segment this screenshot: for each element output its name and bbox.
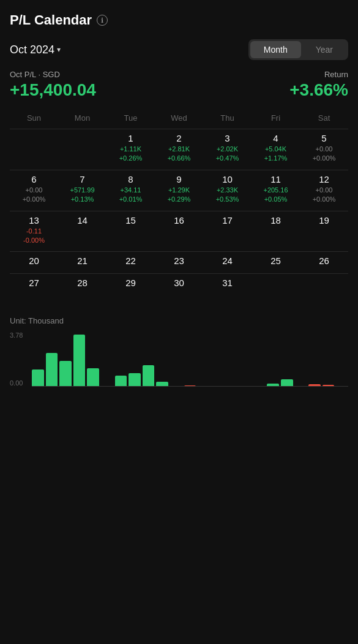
day-pl-value: +2.81K bbox=[156, 145, 202, 154]
return-label: Return bbox=[289, 70, 348, 79]
chart-bar bbox=[59, 361, 72, 387]
day-pl-value: +5.04K bbox=[253, 145, 299, 154]
day-pl-value: -0.11 bbox=[11, 227, 57, 236]
calendar-day-cell: · bbox=[58, 129, 106, 170]
calendar-day-cell: 30 bbox=[155, 274, 203, 296]
chart-unit-label: Unit: Thousand bbox=[10, 316, 348, 325]
day-number: 2 bbox=[156, 133, 202, 143]
day-number: 15 bbox=[108, 215, 154, 225]
pl-value: +15,400.04 bbox=[10, 80, 96, 100]
calendar-day-cell: 17 bbox=[203, 211, 252, 252]
calendar-day-cell: 24 bbox=[203, 252, 252, 274]
day-number: 20 bbox=[11, 256, 57, 266]
month-label: Oct 2024 bbox=[10, 44, 54, 56]
day-number: · bbox=[11, 133, 57, 143]
controls-row: Oct 2024 ▾ Month Year bbox=[10, 39, 348, 60]
day-number: 3 bbox=[204, 133, 250, 143]
y-max-label: 3.78 bbox=[10, 331, 23, 339]
weekday-header-wed: Wed bbox=[155, 110, 203, 129]
chart-bar bbox=[87, 368, 99, 387]
day-number: 26 bbox=[301, 256, 347, 266]
calendar-day-cell: 13-0.11-0.00% bbox=[10, 211, 58, 252]
calendar-day-cell: 9+1.29K+0.29% bbox=[155, 170, 203, 211]
day-pct-value: +0.66% bbox=[156, 154, 202, 163]
weekday-header-sat: Sat bbox=[300, 110, 348, 129]
day-pct-value: +0.29% bbox=[156, 195, 202, 204]
chart-baseline bbox=[32, 386, 348, 387]
chevron-down-icon: ▾ bbox=[57, 45, 61, 54]
day-pct-value: -0.00% bbox=[11, 236, 57, 245]
day-number: 19 bbox=[301, 215, 347, 225]
weekday-header-thu: Thu bbox=[203, 110, 252, 129]
calendar-week-4: 20212223242526 bbox=[10, 252, 348, 274]
day-pct-value: +0.47% bbox=[204, 154, 250, 163]
calendar-day-cell: 4+5.04K+1.17% bbox=[252, 129, 300, 170]
day-number: 7 bbox=[59, 174, 105, 184]
day-number: 16 bbox=[156, 215, 202, 225]
chart-section: Unit: Thousand 3.78 0.00 bbox=[10, 310, 348, 387]
month-toggle-button[interactable]: Month bbox=[250, 41, 301, 58]
calendar-day-cell: 25 bbox=[252, 252, 300, 274]
calendar-day-cell: 28 bbox=[58, 274, 106, 296]
info-icon[interactable]: ℹ bbox=[97, 15, 108, 26]
calendar-week-3: 13-0.11-0.00%141516171819 bbox=[10, 211, 348, 252]
chart-bar bbox=[46, 353, 58, 387]
year-toggle-button[interactable]: Year bbox=[302, 41, 346, 58]
day-number: · bbox=[301, 278, 347, 288]
chart-bars bbox=[32, 331, 348, 387]
page-title: P/L Calendar bbox=[10, 12, 92, 28]
calendar-day-cell: 29 bbox=[106, 274, 155, 296]
calendar-day-cell: · bbox=[10, 129, 58, 170]
y-min-label: 0.00 bbox=[10, 379, 23, 387]
calendar-day-cell: 2+2.81K+0.66% bbox=[155, 129, 203, 170]
day-pl-value: +2.02K bbox=[204, 145, 250, 154]
day-number: 25 bbox=[253, 256, 299, 266]
calendar-day-cell: 1+1.11K+0.26% bbox=[106, 129, 155, 170]
month-selector[interactable]: Oct 2024 ▾ bbox=[10, 44, 61, 56]
day-number: 5 bbox=[301, 133, 347, 143]
weekday-header-tue: Tue bbox=[106, 110, 155, 129]
day-pct-value: +0.05% bbox=[253, 195, 299, 204]
day-pl-value: +571.99 bbox=[59, 186, 105, 195]
calendar-day-cell: 11+205.16+0.05% bbox=[252, 170, 300, 211]
day-pl-value: +0.00 bbox=[11, 186, 57, 195]
day-number: 11 bbox=[253, 174, 299, 184]
calendar-day-cell: 20 bbox=[10, 252, 58, 274]
day-pct-value: +0.00% bbox=[301, 154, 347, 163]
weekday-header-fri: Fri bbox=[252, 110, 300, 129]
pl-summary: Oct P/L · SGD +15,400.04 Return +3.66% bbox=[10, 70, 348, 100]
day-pct-value: +0.00% bbox=[11, 195, 57, 204]
day-number: 30 bbox=[156, 278, 202, 288]
calendar-day-cell: 21 bbox=[58, 252, 106, 274]
calendar-week-5: 2728293031·· bbox=[10, 274, 348, 296]
day-pl-value: +1.29K bbox=[156, 186, 202, 195]
day-pct-value: +0.53% bbox=[204, 195, 250, 204]
day-number: 17 bbox=[204, 215, 250, 225]
calendar-day-cell: 26 bbox=[300, 252, 348, 274]
day-number: 29 bbox=[108, 278, 154, 288]
day-pct-value: +0.13% bbox=[59, 195, 105, 204]
day-pl-value: +34.11 bbox=[108, 186, 154, 195]
calendar-day-cell: · bbox=[300, 274, 348, 296]
view-toggle-group: Month Year bbox=[248, 39, 348, 60]
day-number: 21 bbox=[59, 256, 105, 266]
day-number: 28 bbox=[59, 278, 105, 288]
day-number: 13 bbox=[11, 215, 57, 225]
day-pl-value: +1.11K bbox=[108, 145, 154, 154]
calendar-day-cell: 14 bbox=[58, 211, 106, 252]
day-number: 8 bbox=[108, 174, 154, 184]
day-pl-value: +2.33K bbox=[204, 186, 250, 195]
calendar-table: SunMonTueWedThuFriSat ··1+1.11K+0.26%2+2… bbox=[10, 110, 348, 295]
calendar-week-1: ··1+1.11K+0.26%2+2.81K+0.66%3+2.02K+0.47… bbox=[10, 129, 348, 170]
calendar-day-cell: 16 bbox=[155, 211, 203, 252]
day-pl-value: +0.00 bbox=[301, 145, 347, 154]
calendar-day-cell: 7+571.99+0.13% bbox=[58, 170, 106, 211]
day-number: 12 bbox=[301, 174, 347, 184]
day-number: 14 bbox=[59, 215, 105, 225]
day-pct-value: +0.01% bbox=[108, 195, 154, 204]
pl-label: Oct P/L · SGD bbox=[10, 70, 96, 79]
chart-bar bbox=[129, 373, 141, 387]
calendar-day-cell: 15 bbox=[106, 211, 155, 252]
day-number: · bbox=[59, 133, 105, 143]
page-header: P/L Calendar ℹ bbox=[10, 12, 348, 28]
